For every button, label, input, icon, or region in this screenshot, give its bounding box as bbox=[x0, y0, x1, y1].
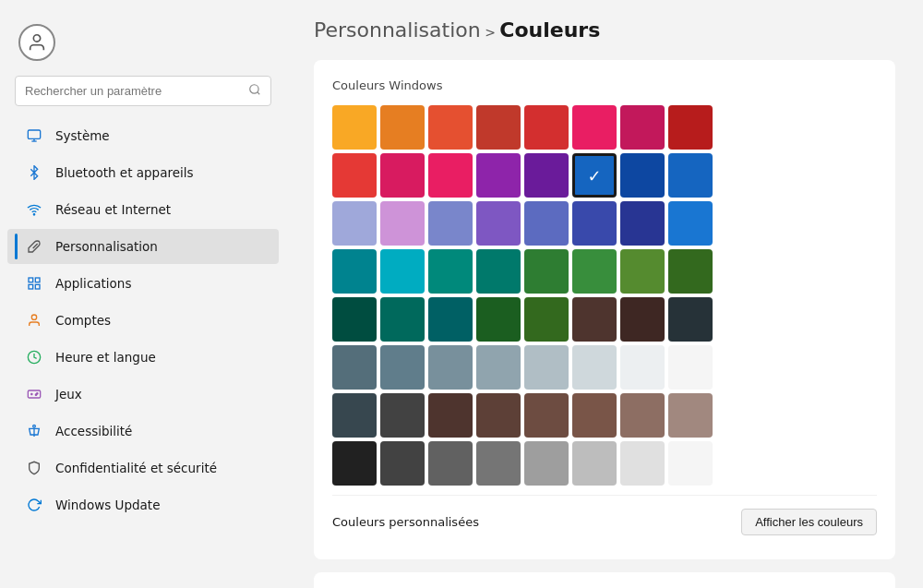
wifi-icon bbox=[26, 201, 42, 218]
color-swatch-7[interactable] bbox=[668, 105, 713, 150]
color-swatch-28[interactable] bbox=[524, 249, 569, 294]
color-swatch-55[interactable] bbox=[668, 393, 713, 438]
svg-point-12 bbox=[31, 315, 36, 319]
color-swatch-47[interactable] bbox=[668, 345, 713, 390]
breadcrumb-separator: > bbox=[485, 25, 499, 40]
color-swatch-62[interactable] bbox=[620, 441, 665, 486]
afficher-couleurs-button[interactable]: Afficher les couleurs bbox=[741, 509, 877, 535]
color-swatch-25[interactable] bbox=[380, 249, 425, 294]
color-swatch-60[interactable] bbox=[524, 441, 569, 486]
sidebar-item-label: Applications bbox=[55, 276, 131, 291]
color-swatch-32[interactable] bbox=[332, 297, 377, 342]
color-swatch-14[interactable] bbox=[620, 153, 665, 198]
color-swatch-2[interactable] bbox=[428, 105, 473, 150]
color-swatch-34[interactable] bbox=[428, 297, 473, 342]
color-swatch-26[interactable] bbox=[428, 249, 473, 294]
color-swatch-0[interactable] bbox=[332, 105, 377, 150]
search-input[interactable] bbox=[25, 84, 245, 98]
avatar-container bbox=[0, 15, 286, 76]
color-swatch-49[interactable] bbox=[380, 393, 425, 438]
sidebar-item-bluetooth[interactable]: Bluetooth et appareils bbox=[7, 155, 279, 190]
sidebar-item-confidentialite[interactable]: Confidentialité et sécurité bbox=[7, 450, 279, 486]
toggle-section-card: Afficher la couleur d'accentuation sur l… bbox=[314, 572, 895, 588]
sidebar-item-reseau[interactable]: Réseau et Internet bbox=[7, 192, 279, 227]
color-swatch-37[interactable] bbox=[572, 297, 617, 342]
color-swatch-36[interactable] bbox=[524, 297, 569, 342]
color-swatch-42[interactable] bbox=[428, 345, 473, 390]
svg-rect-8 bbox=[29, 278, 33, 282]
color-swatch-10[interactable] bbox=[428, 153, 473, 198]
color-swatch-44[interactable] bbox=[524, 345, 569, 390]
color-swatch-5[interactable] bbox=[572, 105, 617, 150]
color-swatch-38[interactable] bbox=[620, 297, 665, 342]
color-swatch-52[interactable] bbox=[524, 393, 569, 438]
color-swatch-1[interactable] bbox=[380, 105, 425, 150]
color-swatch-4[interactable] bbox=[524, 105, 569, 150]
windows-colors-title: Couleurs Windows bbox=[332, 78, 877, 92]
sidebar-item-update[interactable]: Windows Update bbox=[7, 487, 279, 522]
color-swatch-39[interactable] bbox=[668, 297, 713, 342]
sidebar-item-applications[interactable]: Applications bbox=[7, 266, 279, 301]
color-swatch-11[interactable] bbox=[476, 153, 521, 198]
color-swatch-16[interactable] bbox=[332, 201, 377, 246]
color-swatch-24[interactable] bbox=[332, 249, 377, 294]
color-swatch-45[interactable] bbox=[572, 345, 617, 390]
color-swatch-20[interactable] bbox=[524, 201, 569, 246]
color-swatch-12[interactable] bbox=[524, 153, 569, 198]
windows-colors-card: Couleurs Windows Couleurs personnalisées… bbox=[314, 60, 895, 559]
color-swatch-9[interactable] bbox=[380, 153, 425, 198]
sidebar-item-label: Système bbox=[55, 128, 110, 143]
color-swatch-6[interactable] bbox=[620, 105, 665, 150]
color-swatch-30[interactable] bbox=[620, 249, 665, 294]
breadcrumb-parent: Personnalisation bbox=[314, 18, 481, 42]
color-swatch-50[interactable] bbox=[428, 393, 473, 438]
color-swatch-40[interactable] bbox=[332, 345, 377, 390]
color-swatch-27[interactable] bbox=[476, 249, 521, 294]
search-box[interactable] bbox=[15, 76, 271, 106]
color-swatch-41[interactable] bbox=[380, 345, 425, 390]
color-swatch-46[interactable] bbox=[620, 345, 665, 390]
color-swatch-61[interactable] bbox=[572, 441, 617, 486]
sidebar-item-comptes[interactable]: Comptes bbox=[7, 303, 279, 338]
sidebar-item-label: Réseau et Internet bbox=[55, 202, 171, 217]
user-icon bbox=[26, 312, 42, 329]
color-swatch-15[interactable] bbox=[668, 153, 713, 198]
color-swatch-8[interactable] bbox=[332, 153, 377, 198]
color-swatch-3[interactable] bbox=[476, 105, 521, 150]
sidebar-item-label: Personnalisation bbox=[55, 239, 158, 254]
color-swatch-51[interactable] bbox=[476, 393, 521, 438]
color-swatch-18[interactable] bbox=[428, 201, 473, 246]
svg-rect-10 bbox=[29, 284, 33, 289]
color-swatch-48[interactable] bbox=[332, 393, 377, 438]
sidebar-item-label: Windows Update bbox=[55, 498, 160, 512]
color-swatch-22[interactable] bbox=[620, 201, 665, 246]
color-swatch-29[interactable] bbox=[572, 249, 617, 294]
color-swatch-23[interactable] bbox=[668, 201, 713, 246]
sidebar-item-label: Comptes bbox=[55, 313, 111, 328]
sidebar-item-jeux[interactable]: Jeux bbox=[7, 377, 279, 412]
sidebar-item-heure[interactable]: Heure et langue bbox=[7, 340, 279, 375]
sidebar-item-label: Confidentialité et sécurité bbox=[55, 461, 217, 475]
sidebar-item-personnalisation[interactable]: Personnalisation bbox=[7, 229, 279, 264]
sidebar-item-accessibilite[interactable]: Accessibilité bbox=[7, 414, 279, 449]
color-swatch-19[interactable] bbox=[476, 201, 521, 246]
color-swatch-17[interactable] bbox=[380, 201, 425, 246]
color-swatch-56[interactable] bbox=[332, 441, 377, 486]
clock-icon bbox=[26, 349, 42, 366]
color-swatch-43[interactable] bbox=[476, 345, 521, 390]
color-swatch-13[interactable] bbox=[572, 153, 617, 198]
color-swatch-54[interactable] bbox=[620, 393, 665, 438]
color-swatch-53[interactable] bbox=[572, 393, 617, 438]
color-swatch-33[interactable] bbox=[380, 297, 425, 342]
sidebar-item-systeme[interactable]: Système bbox=[7, 118, 279, 153]
sidebar: Système Bluetooth et appareils Réseau et… bbox=[0, 0, 286, 588]
color-swatch-21[interactable] bbox=[572, 201, 617, 246]
color-swatch-57[interactable] bbox=[380, 441, 425, 486]
color-swatch-59[interactable] bbox=[476, 441, 521, 486]
update-icon bbox=[26, 497, 42, 513]
color-swatch-35[interactable] bbox=[476, 297, 521, 342]
color-swatch-63[interactable] bbox=[668, 441, 713, 486]
color-swatch-58[interactable] bbox=[428, 441, 473, 486]
svg-rect-11 bbox=[35, 284, 40, 289]
color-swatch-31[interactable] bbox=[668, 249, 713, 294]
